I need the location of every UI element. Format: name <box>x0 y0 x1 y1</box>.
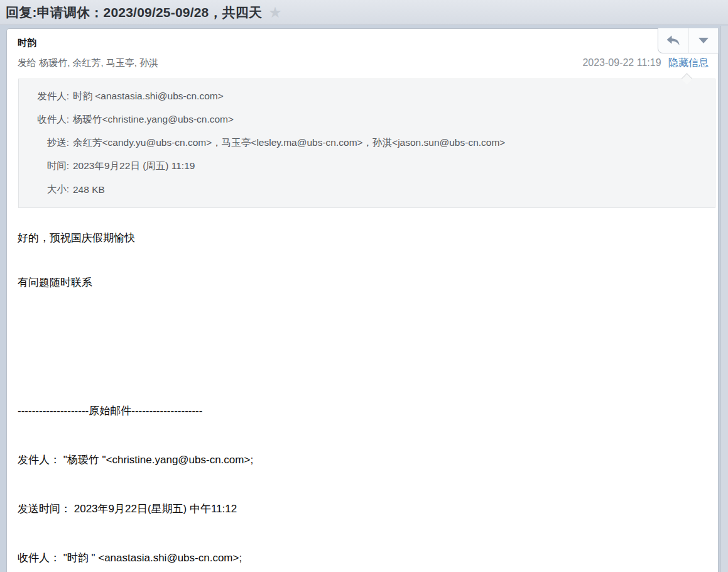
reply-line-1: 好的，预祝国庆假期愉快 <box>18 231 709 246</box>
reply-button[interactable] <box>658 28 688 53</box>
vertical-scrollbar[interactable] <box>720 26 728 572</box>
size-value: 248 KB <box>73 184 105 195</box>
favorite-star-icon[interactable]: ★ <box>268 5 282 20</box>
to-value: 杨瑷竹<christine.yang@ubs-cn.com> <box>73 113 234 126</box>
detail-row-from: 发件人: 时韵 <anastasia.shi@ubs-cn.com> <box>19 85 709 108</box>
detail-row-time: 时间: 2023年9月22日 (周五) 11:19 <box>19 155 709 178</box>
details-caret <box>681 73 692 84</box>
time-value: 2023年9月22日 (周五) 11:19 <box>73 160 195 173</box>
original-message-quote: --------------------原始邮件----------------… <box>18 370 709 572</box>
reply-arrow-icon <box>666 35 681 47</box>
message-body: 好的，预祝国庆假期愉快 有问题随时联系 --------------------… <box>18 231 709 572</box>
cc-value: 余红芳<candy.yu@ubs-cn.com>，马玉亭<lesley.ma@u… <box>73 136 505 150</box>
quote-divider-top: --------------------原始邮件----------------… <box>18 403 709 419</box>
chevron-down-icon <box>698 38 709 43</box>
quote-from-line: 发件人： "杨瑷竹 "<christine.yang@ubs-cn.com>; <box>18 452 709 468</box>
recipients-text: 发给 杨瑷竹, 余红芳, 马玉亭, 孙淇 <box>18 57 158 69</box>
sent-to-label: 发给 <box>18 57 36 68</box>
reply-options-button[interactable] <box>688 28 718 53</box>
message-panel: 时韵 发给 杨瑷竹, 余红芳, 马玉亭, 孙淇 2023-09-22 11:19… <box>6 28 719 572</box>
time-label: 时间: <box>19 160 69 173</box>
message-datetime: 2023-09-22 11:19 <box>582 57 661 68</box>
detail-row-cc: 抄送: 余红芳<candy.yu@ubs-cn.com>，马玉亭<lesley.… <box>19 131 709 155</box>
datetime-area: 2023-09-22 11:19 隐藏信息 <box>582 57 709 70</box>
quote-sent-time-line: 发送时间： 2023年9月22日(星期五) 中午11:12 <box>18 501 709 517</box>
hide-info-link[interactable]: 隐藏信息 <box>668 57 709 68</box>
detail-row-size: 大小: 248 KB <box>19 178 709 201</box>
size-label: 大小: <box>19 183 69 196</box>
message-toolbar <box>658 28 719 53</box>
from-label: 发件人: <box>19 90 69 103</box>
from-value: 时韵 <anastasia.shi@ubs-cn.com> <box>73 90 224 103</box>
to-label: 收件人: <box>19 113 69 126</box>
recipients-row: 发给 杨瑷竹, 余红芳, 马玉亭, 孙淇 2023-09-22 11:19 隐藏… <box>18 57 709 70</box>
quote-to-line: 收件人： "时韵 " <anastasia.shi@ubs-cn.com>; <box>18 550 709 566</box>
reply-line-2: 有问题随时联系 <box>18 275 709 290</box>
recipients-list: 杨瑷竹, 余红芳, 马玉亭, 孙淇 <box>39 57 158 68</box>
message-details-box: 发件人: 时韵 <anastasia.shi@ubs-cn.com> 收件人: … <box>18 79 715 208</box>
sender-name: 时韵 <box>18 37 643 49</box>
mail-subject: 回复:申请调休：2023/09/25-09/28，共四天 <box>6 4 262 21</box>
detail-row-to: 收件人: 杨瑷竹<christine.yang@ubs-cn.com> <box>19 108 709 131</box>
mail-subject-bar: 回复:申请调休：2023/09/25-09/28，共四天 ★ <box>0 0 728 25</box>
cc-label: 抄送: <box>19 136 69 150</box>
